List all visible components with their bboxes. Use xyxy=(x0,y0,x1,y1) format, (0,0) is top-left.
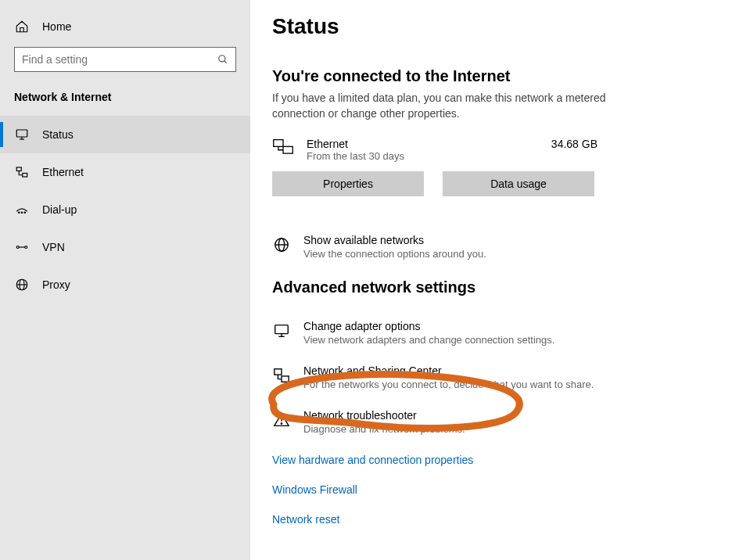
connected-description: If you have a limited data plan, you can… xyxy=(272,90,616,122)
svg-rect-5 xyxy=(16,167,21,171)
option-title: Network troubleshooter xyxy=(303,409,465,422)
show-networks-option[interactable]: Show available networks View the connect… xyxy=(272,234,727,260)
dialup-icon xyxy=(14,202,30,217)
option-title: Change adapter options xyxy=(303,320,554,332)
computer-network-icon xyxy=(272,138,294,160)
search-input[interactable] xyxy=(22,53,208,66)
sidebar-item-ethernet[interactable]: Ethernet xyxy=(0,153,250,191)
globe-icon xyxy=(272,235,291,254)
search-icon xyxy=(217,54,228,65)
svg-rect-24 xyxy=(275,368,282,374)
svg-point-8 xyxy=(21,212,23,214)
svg-point-10 xyxy=(16,246,19,249)
nav-label: Dial-up xyxy=(42,203,77,216)
option-desc: Diagnose and fix network problems. xyxy=(303,423,465,435)
svg-rect-25 xyxy=(282,376,289,382)
link-network-reset[interactable]: Network reset xyxy=(272,513,727,526)
advanced-heading: Advanced network settings xyxy=(272,278,727,296)
warning-icon xyxy=(272,411,291,429)
svg-rect-17 xyxy=(283,146,292,153)
svg-point-27 xyxy=(281,422,282,423)
option-title: Show available networks xyxy=(303,234,486,246)
search-input-container[interactable] xyxy=(14,47,236,72)
page-title: Status xyxy=(272,14,727,39)
monitor-icon xyxy=(272,321,291,340)
properties-button[interactable]: Properties xyxy=(272,171,424,196)
connection-usage: 34.68 GB xyxy=(551,138,597,150)
sharing-icon xyxy=(272,366,291,385)
svg-line-1 xyxy=(224,61,227,63)
link-windows-firewall[interactable]: Windows Firewall xyxy=(272,483,727,496)
option-title: Network and Sharing Center xyxy=(303,364,594,377)
link-hardware-properties[interactable]: View hardware and connection properties xyxy=(272,454,727,466)
svg-point-11 xyxy=(25,246,27,249)
option-desc: For the networks you connect to, decide … xyxy=(303,379,594,390)
proxy-icon xyxy=(14,277,30,293)
sidebar: Home Network & Internet Status Ethernet … xyxy=(0,0,250,560)
vpn-icon xyxy=(14,239,30,255)
option-desc: View network adapters and change connect… xyxy=(303,334,554,346)
data-usage-button[interactable]: Data usage xyxy=(443,171,594,196)
sidebar-home-label: Home xyxy=(42,20,71,33)
nav-label: VPN xyxy=(42,241,65,253)
sidebar-item-dialup[interactable]: Dial-up xyxy=(0,191,250,228)
sidebar-category: Network & Internet xyxy=(0,91,250,116)
adapter-options[interactable]: Change adapter options View network adap… xyxy=(272,320,727,346)
status-icon xyxy=(14,127,30,142)
svg-rect-6 xyxy=(23,174,27,178)
svg-point-7 xyxy=(19,212,20,214)
svg-point-9 xyxy=(24,212,26,214)
connected-heading: You're connected to the Internet xyxy=(272,67,727,85)
svg-rect-16 xyxy=(274,139,283,146)
connection-name: Ethernet xyxy=(307,138,348,150)
nav-label: Ethernet xyxy=(42,166,84,178)
connection-status: Ethernet 34.68 GB From the last 30 days xyxy=(272,138,727,162)
nav-label: Proxy xyxy=(42,278,70,291)
sidebar-item-home[interactable]: Home xyxy=(0,14,250,47)
sidebar-item-proxy[interactable]: Proxy xyxy=(0,266,250,303)
svg-point-0 xyxy=(219,56,225,62)
svg-rect-2 xyxy=(16,130,27,137)
connection-period: From the last 30 days xyxy=(307,150,597,162)
ethernet-icon xyxy=(14,164,30,180)
nav-label: Status xyxy=(42,128,74,141)
network-troubleshooter[interactable]: Network troubleshooter Diagnose and fix … xyxy=(272,409,727,435)
network-sharing-center[interactable]: Network and Sharing Center For the netwo… xyxy=(272,364,727,390)
main-content: Status You're connected to the Internet … xyxy=(250,0,750,560)
option-desc: View the connection options around you. xyxy=(303,248,486,260)
svg-rect-21 xyxy=(275,325,289,333)
home-icon xyxy=(14,19,30,34)
sidebar-item-vpn[interactable]: VPN xyxy=(0,228,250,266)
sidebar-item-status[interactable]: Status xyxy=(0,116,250,153)
